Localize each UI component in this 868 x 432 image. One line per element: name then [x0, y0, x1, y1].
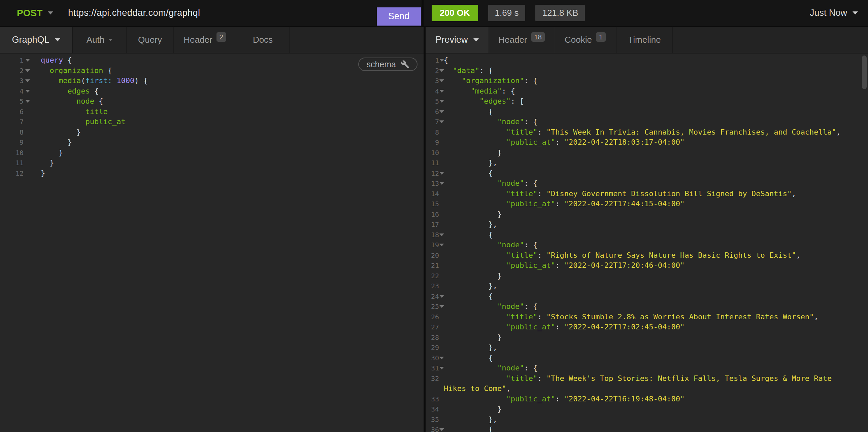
code-text: "media": {: [444, 86, 868, 97]
line-number: 32: [428, 373, 439, 384]
line-number: 3: [428, 76, 439, 86]
chevron-down-icon: [48, 11, 53, 14]
send-button[interactable]: Send: [377, 7, 421, 26]
fold-caret-icon[interactable]: [439, 233, 444, 236]
code-line: 12}: [0, 168, 424, 179]
fold-caret-icon[interactable]: [439, 357, 444, 359]
fold-caret-icon[interactable]: [439, 121, 444, 123]
body-type-dropdown[interactable]: GraphQL: [0, 27, 73, 53]
fold-caret-icon[interactable]: [439, 79, 444, 82]
code-line: 11 }: [0, 158, 424, 168]
fold-caret-icon[interactable]: [439, 243, 444, 246]
code-line: 25 "node": {: [426, 301, 868, 312]
code-line: 12 {: [426, 168, 868, 179]
fold-caret-icon[interactable]: [439, 367, 444, 369]
line-number: 1: [7, 55, 24, 66]
fold-caret-icon[interactable]: [25, 59, 30, 62]
code-text: }: [41, 168, 424, 179]
line-number: 15: [428, 199, 439, 209]
chevron-down-icon: [473, 38, 479, 41]
fold-caret-icon[interactable]: [439, 295, 444, 298]
code-text: "public_at": "2022-04-22T17:44:15-04:00": [444, 199, 868, 209]
code-line: 19 "node": {: [426, 240, 868, 250]
tab-query[interactable]: Query: [127, 27, 174, 53]
scrollbar-thumb[interactable]: [862, 56, 867, 89]
fold-caret-icon[interactable]: [439, 428, 444, 431]
method-dropdown[interactable]: POST: [17, 8, 53, 19]
schema-button[interactable]: schema: [358, 58, 417, 71]
line-number: 12: [7, 168, 24, 179]
tab-count-badge: 1: [596, 32, 606, 42]
preview-mode-dropdown[interactable]: Preview: [426, 27, 489, 53]
code-line: 16 }: [426, 209, 868, 220]
response-tab-bar: Preview Header18Cookie1Timeline: [426, 27, 868, 54]
line-number: 10: [7, 148, 24, 158]
fold-caret-icon[interactable]: [439, 100, 444, 103]
wrench-icon: [401, 60, 409, 69]
api-client-window: POST https://api.cheddar.com/graphql Sen…: [0, 0, 868, 432]
fold-caret-icon[interactable]: [439, 110, 444, 113]
code-text: media(first: 1000) {: [41, 76, 424, 86]
line-number: 2: [7, 66, 24, 76]
line-number: 31: [428, 363, 439, 373]
code-text: }: [444, 209, 868, 220]
fold-caret-icon[interactable]: [25, 79, 30, 82]
line-number: 17: [428, 219, 439, 230]
line-number: 30: [428, 353, 439, 363]
tab-header[interactable]: Header2: [174, 27, 236, 53]
code-line: 31 "node": {: [426, 363, 868, 373]
tab-cookie[interactable]: Cookie1: [554, 27, 617, 53]
line-number: 13: [428, 178, 439, 189]
tab-docs[interactable]: Docs: [236, 27, 289, 53]
fold-caret-icon[interactable]: [25, 90, 30, 93]
code-line: 36 {: [426, 425, 868, 432]
line-number: 4: [7, 86, 24, 97]
tab-timeline[interactable]: Timeline: [617, 27, 673, 53]
code-text: "node": {: [444, 240, 868, 250]
fold-caret-icon[interactable]: [439, 305, 444, 308]
fold-caret-icon[interactable]: [439, 59, 444, 62]
method-label: POST: [17, 8, 42, 19]
code-text: "title": "Stocks Stumble 2.8% as Worries…: [444, 312, 868, 322]
line-number: 11: [7, 158, 24, 168]
chevron-down-icon: [108, 39, 113, 41]
fold-caret-icon[interactable]: [439, 172, 444, 175]
code-line: 4 "media": {: [426, 86, 868, 97]
code-line: 27 "public_at": "2022-04-22T17:02:45-04:…: [426, 322, 868, 332]
status-badge: 200 OK: [432, 5, 478, 21]
url-input[interactable]: https://api.cheddar.com/graphql: [68, 8, 200, 18]
response-json-viewer[interactable]: 1{2 "data": {3 "organization": {4 "media…: [426, 54, 868, 432]
code-text: {: [444, 168, 868, 179]
code-text: "data": {: [444, 66, 868, 76]
code-text: "title": "The Week's Top Stories: Netfli…: [444, 373, 868, 394]
top-bar: POST https://api.cheddar.com/graphql Sen…: [0, 0, 868, 27]
line-number: 19: [428, 240, 439, 250]
chevron-down-icon: [852, 11, 858, 14]
code-line: 22 }: [426, 271, 868, 281]
code-line: 20 "title": "Rights of Nature Says Natur…: [426, 250, 868, 261]
line-number: 10: [428, 148, 439, 158]
code-line: 2 "data": {: [426, 66, 868, 76]
tab-label: Auth: [87, 35, 105, 45]
graphql-query-editor[interactable]: schema 1query {2 organization {3 media(f…: [0, 54, 424, 432]
fold-caret-icon[interactable]: [439, 69, 444, 72]
request-tab-bar: GraphQL AuthQueryHeader2Docs: [0, 27, 424, 54]
fold-caret-icon[interactable]: [25, 100, 30, 103]
code-line: 30 {: [426, 353, 868, 363]
tab-label: Timeline: [628, 35, 660, 45]
code-text: public_at: [41, 117, 424, 127]
line-number: 33: [428, 394, 439, 404]
tab-auth[interactable]: Auth: [73, 27, 127, 53]
fold-caret-icon[interactable]: [439, 90, 444, 93]
line-number: 5: [428, 96, 439, 107]
history-label: Just Now: [810, 8, 847, 18]
fold-caret-icon[interactable]: [25, 69, 30, 72]
fold-caret-icon[interactable]: [439, 182, 444, 185]
line-number: 27: [428, 322, 439, 332]
response-pane: Preview Header18Cookie1Timeline 1{2 "dat…: [426, 27, 868, 432]
history-dropdown[interactable]: Just Now: [810, 8, 858, 18]
code-text: "title": "Disney Government Dissolution …: [444, 189, 868, 199]
tab-header[interactable]: Header18: [489, 27, 554, 53]
code-line: 32 "title": "The Week's Top Stories: Net…: [426, 373, 868, 394]
code-text: "title": "This Week In Trivia: Cannabis,…: [444, 127, 868, 138]
